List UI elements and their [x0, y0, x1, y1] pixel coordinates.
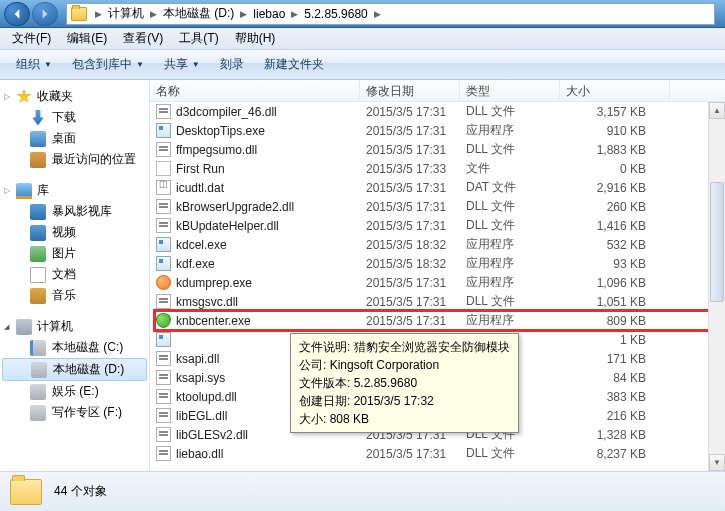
file-rows: d3dcompiler_46.dll2015/3/5 17:31DLL 文件3,… [150, 102, 725, 463]
file-size: 383 KB [560, 390, 670, 404]
library-icon [16, 183, 32, 199]
vertical-scrollbar[interactable]: ▲ ▼ [708, 102, 725, 471]
sidebar-group-favorites[interactable]: 收藏夹 [0, 86, 149, 107]
column-header-name[interactable]: 名称 [150, 80, 360, 101]
sidebar-item-recent[interactable]: 最近访问的位置 [0, 149, 149, 170]
chevron-right-icon[interactable]: ▶ [91, 9, 106, 19]
file-size: 1,096 KB [560, 276, 670, 290]
file-type: 应用程序 [460, 312, 560, 329]
menu-file[interactable]: 文件(F) [4, 28, 59, 49]
sidebar-item-pictures[interactable]: 图片 [0, 243, 149, 264]
toolbar-include-lib[interactable]: 包含到库中▼ [62, 52, 154, 77]
sidebar-item-baofeng[interactable]: 暴风影视库 [0, 201, 149, 222]
menu-tools[interactable]: 工具(T) [171, 28, 226, 49]
file-size: 93 KB [560, 257, 670, 271]
file-row[interactable]: DesktopTips.exe2015/3/5 17:31应用程序910 KB [150, 121, 725, 140]
scroll-up-button[interactable]: ▲ [709, 102, 725, 119]
sidebar-group-libraries[interactable]: 库 [0, 180, 149, 201]
sidebar-item-drive-f[interactable]: 写作专区 (F:) [0, 402, 149, 423]
file-date: 2015/3/5 17:31 [360, 200, 460, 214]
chevron-right-icon[interactable]: ▶ [236, 9, 251, 19]
file-date: 2015/3/5 17:33 [360, 162, 460, 176]
breadcrumb-segment[interactable]: 5.2.85.9680 [302, 7, 369, 21]
sidebar-item-drive-c[interactable]: 本地磁盘 (C:) [0, 337, 149, 358]
breadcrumb-segment[interactable]: 本地磁盘 (D:) [161, 5, 236, 22]
chevron-right-icon[interactable]: ▶ [287, 9, 302, 19]
file-type-icon [156, 237, 171, 252]
address-bar[interactable]: ▶ 计算机 ▶ 本地磁盘 (D:) ▶ liebao ▶ 5.2.85.9680… [66, 3, 715, 25]
sidebar-item-videos[interactable]: 视频 [0, 222, 149, 243]
file-type: DLL 文件 [460, 445, 560, 462]
file-name: DesktopTips.exe [176, 124, 265, 138]
column-header-date[interactable]: 修改日期 [360, 80, 460, 101]
file-size: 3,157 KB [560, 105, 670, 119]
menu-help[interactable]: 帮助(H) [227, 28, 284, 49]
file-type-icon [156, 294, 171, 309]
file-row[interactable]: kdcel.exe2015/3/5 18:32应用程序532 KB [150, 235, 725, 254]
file-row[interactable]: kBUpdateHelper.dll2015/3/5 17:31DLL 文件1,… [150, 216, 725, 235]
toolbar-share[interactable]: 共享▼ [154, 52, 210, 77]
sidebar-item-drive-d[interactable]: 本地磁盘 (D:) [2, 358, 147, 381]
sidebar-group-computer[interactable]: 计算机 [0, 316, 149, 337]
file-size: 1 KB [560, 333, 670, 347]
sidebar-item-downloads[interactable]: 下载 [0, 107, 149, 128]
tooltip-line: 公司: Kingsoft Corporation [299, 356, 510, 374]
file-type-icon [156, 313, 171, 328]
document-icon [30, 267, 46, 283]
file-size: 171 KB [560, 352, 670, 366]
sidebar-item-drive-e[interactable]: 娱乐 (E:) [0, 381, 149, 402]
column-header-size[interactable]: 大小 [560, 80, 670, 101]
file-row[interactable]: kBrowserUpgrade2.dll2015/3/5 17:31DLL 文件… [150, 197, 725, 216]
toolbar-organize[interactable]: 组织▼ [6, 52, 62, 77]
breadcrumb-segment[interactable]: 计算机 [106, 5, 146, 22]
file-row[interactable]: liebao.dll2015/3/5 17:31DLL 文件8,237 KB [150, 444, 725, 463]
scroll-down-button[interactable]: ▼ [709, 454, 725, 471]
sidebar-item-desktop[interactable]: 桌面 [0, 128, 149, 149]
chevron-right-icon[interactable]: ▶ [146, 9, 161, 19]
menu-view[interactable]: 查看(V) [115, 28, 171, 49]
download-icon [30, 110, 46, 126]
toolbar: 组织▼ 包含到库中▼ 共享▼ 刻录 新建文件夹 [0, 50, 725, 80]
hdd-icon [30, 340, 46, 356]
file-name: kmsgsvc.dll [176, 295, 238, 309]
sidebar-item-music[interactable]: 音乐 [0, 285, 149, 306]
file-row[interactable]: ffmpegsumo.dll2015/3/5 17:31DLL 文件1,883 … [150, 140, 725, 159]
toolbar-burn[interactable]: 刻录 [210, 52, 254, 77]
tooltip-line: 文件说明: 猎豹安全浏览器安全防御模块 [299, 338, 510, 356]
breadcrumb-segment[interactable]: liebao [251, 7, 287, 21]
scroll-thumb[interactable] [710, 182, 724, 302]
column-header-type[interactable]: 类型 [460, 80, 560, 101]
tooltip-line: 创建日期: 2015/3/5 17:32 [299, 392, 510, 410]
sidebar-item-documents[interactable]: 文档 [0, 264, 149, 285]
file-date: 2015/3/5 17:31 [360, 295, 460, 309]
navigation-pane: 收藏夹 下载 桌面 最近访问的位置 库 暴风影视库 视频 图片 文档 音乐 计算… [0, 80, 150, 471]
nav-forward-button[interactable] [32, 2, 58, 26]
file-row[interactable]: kdumprep.exe2015/3/5 17:31应用程序1,096 KB [150, 273, 725, 292]
file-name: d3dcompiler_46.dll [176, 105, 277, 119]
toolbar-new-folder[interactable]: 新建文件夹 [254, 52, 334, 77]
file-date: 2015/3/5 17:31 [360, 447, 460, 461]
menu-bar: 文件(F) 编辑(E) 查看(V) 工具(T) 帮助(H) [0, 28, 725, 50]
file-date: 2015/3/5 17:31 [360, 219, 460, 233]
file-row[interactable]: icudtl.dat2015/3/5 17:31DAT 文件2,916 KB [150, 178, 725, 197]
file-type-icon [156, 161, 171, 176]
recent-icon [30, 152, 46, 168]
file-row[interactable]: knbcenter.exe2015/3/5 17:31应用程序809 KB [150, 311, 725, 330]
hdd-icon [30, 384, 46, 400]
status-text: 44 个对象 [54, 483, 107, 500]
file-row[interactable]: kdf.exe2015/3/5 18:32应用程序93 KB [150, 254, 725, 273]
file-type-icon [156, 332, 171, 347]
file-type-icon [156, 275, 171, 290]
tooltip-line: 文件版本: 5.2.85.9680 [299, 374, 510, 392]
file-size: 2,916 KB [560, 181, 670, 195]
chevron-right-icon[interactable]: ▶ [370, 9, 385, 19]
menu-edit[interactable]: 编辑(E) [59, 28, 115, 49]
file-date: 2015/3/5 17:31 [360, 181, 460, 195]
file-size: 532 KB [560, 238, 670, 252]
file-row[interactable]: First Run2015/3/5 17:33文件0 KB [150, 159, 725, 178]
file-row[interactable]: d3dcompiler_46.dll2015/3/5 17:31DLL 文件3,… [150, 102, 725, 121]
file-row[interactable]: kmsgsvc.dll2015/3/5 17:31DLL 文件1,051 KB [150, 292, 725, 311]
file-type: 应用程序 [460, 255, 560, 272]
file-type-icon [156, 408, 171, 423]
nav-back-button[interactable] [4, 2, 30, 26]
